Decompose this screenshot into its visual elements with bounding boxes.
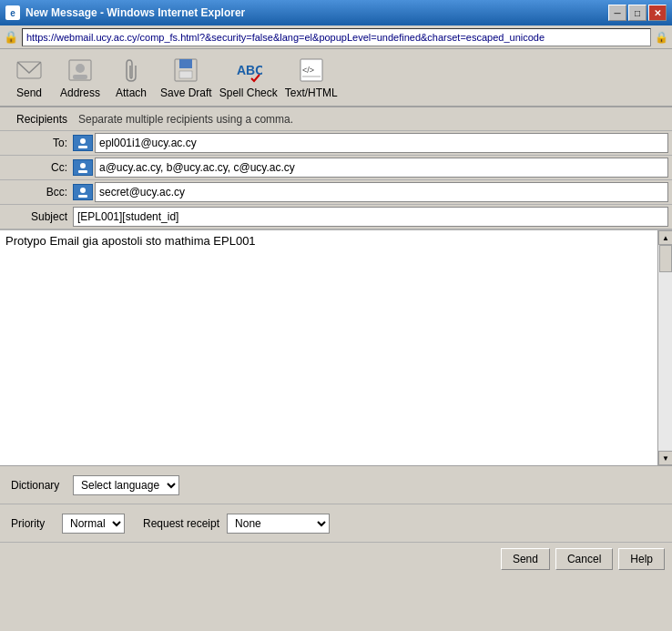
dictionary-row: Dictionary Select language English Greek… — [0, 466, 672, 504]
recipients-hint: Separate multiple recipients using a com… — [73, 110, 299, 128]
attach-icon — [117, 56, 146, 85]
bcc-label: Bcc: — [0, 183, 73, 201]
scroll-up-arrow[interactable]: ▲ — [658, 230, 672, 245]
address-icon — [66, 56, 95, 85]
cc-row: Cc: — [0, 156, 672, 180]
priority-select[interactable]: Low Normal High — [62, 514, 125, 534]
bcc-input[interactable] — [95, 182, 668, 202]
body-textarea[interactable] — [0, 230, 657, 465]
send-icon — [15, 56, 44, 85]
attach-label: Attach — [116, 87, 147, 99]
priority-row: Priority Low Normal High Request receipt… — [0, 504, 672, 543]
save-draft-toolbar-button[interactable]: Save Draft — [160, 56, 212, 99]
cc-input[interactable] — [95, 158, 668, 178]
title-bar: e New Message - Windows Internet Explore… — [0, 0, 672, 25]
text-html-icon: </> — [297, 56, 326, 85]
text-html-toolbar-button[interactable]: </> Text/HTML — [285, 56, 338, 99]
svg-rect-6 — [179, 71, 192, 78]
security-icon: 🔒 — [655, 31, 668, 44]
action-row: Send Cancel Help — [0, 543, 672, 575]
minimize-button[interactable]: ─ — [608, 5, 626, 21]
restore-button[interactable]: □ — [628, 5, 647, 21]
svg-rect-14 — [78, 170, 87, 173]
lock-icon: 🔒 — [4, 30, 18, 44]
cc-label: Cc: — [0, 158, 73, 177]
address-bar: 🔒 🔒 — [0, 25, 672, 49]
svg-rect-16 — [78, 195, 87, 198]
address-label: Address — [60, 87, 100, 99]
bottom-section: Dictionary Select language English Greek… — [0, 464, 672, 575]
to-address-book-button[interactable] — [73, 135, 93, 151]
spell-check-label: Spell Check — [219, 87, 278, 99]
dictionary-label: Dictionary — [11, 479, 66, 492]
help-button[interactable]: Help — [618, 548, 665, 570]
subject-label: Subject — [0, 208, 73, 226]
svg-point-13 — [80, 163, 86, 168]
spell-check-icon: ABC — [234, 56, 263, 85]
recipients-hint-row: Recipients Separate multiple recipients … — [0, 107, 672, 131]
scroll-down-arrow[interactable]: ▼ — [658, 451, 672, 465]
title-bar-left: e New Message - Windows Internet Explore… — [5, 5, 245, 20]
send-button[interactable]: Send — [501, 548, 550, 570]
bcc-row: Bcc: — [0, 180, 672, 205]
subject-row: Subject — [0, 205, 672, 229]
svg-text:</>: </> — [302, 66, 314, 75]
to-label: To: — [0, 134, 73, 152]
svg-point-15 — [80, 188, 86, 193]
svg-rect-5 — [179, 59, 192, 68]
language-select[interactable]: Select language English Greek French Ger… — [73, 475, 179, 495]
email-form: Recipients Separate multiple recipients … — [0, 107, 672, 229]
send-toolbar-button[interactable]: Send — [7, 56, 51, 99]
to-row: To: — [0, 131, 672, 156]
cc-address-book-button[interactable] — [73, 159, 93, 176]
ie-icon: e — [5, 5, 20, 20]
send-label: Send — [16, 87, 42, 99]
receipt-select[interactable]: None Read receipt Delivery receipt — [227, 514, 330, 534]
text-html-label: Text/HTML — [285, 87, 338, 99]
address-toolbar-button[interactable]: Address — [58, 56, 102, 99]
vertical-scrollbar[interactable]: ▲ ▼ — [657, 230, 672, 465]
window-controls: ─ □ ✕ — [608, 5, 667, 21]
to-input[interactable] — [95, 133, 668, 153]
request-receipt-label: Request receipt — [143, 517, 219, 530]
svg-point-2 — [76, 64, 85, 73]
scroll-thumb[interactable] — [659, 245, 672, 272]
spell-check-toolbar-button[interactable]: ABC Spell Check — [219, 56, 278, 99]
body-area: ▲ ▼ — [0, 229, 672, 464]
svg-rect-12 — [78, 146, 87, 148]
toolbar: Send Address Attach Save Draft — [0, 49, 672, 107]
priority-label: Priority — [11, 517, 55, 530]
svg-point-11 — [80, 138, 86, 144]
scroll-track — [658, 245, 672, 451]
svg-rect-3 — [73, 75, 87, 79]
subject-input[interactable] — [73, 207, 668, 227]
recipients-label: Recipients — [0, 110, 73, 128]
close-button[interactable]: ✕ — [648, 5, 667, 21]
window-title: New Message - Windows Internet Explorer — [25, 6, 245, 19]
save-draft-icon — [171, 56, 200, 85]
url-input[interactable] — [22, 28, 651, 46]
cancel-button[interactable]: Cancel — [555, 548, 613, 570]
attach-toolbar-button[interactable]: Attach — [109, 56, 153, 99]
bcc-address-book-button[interactable] — [73, 184, 93, 200]
save-draft-label: Save Draft — [160, 87, 212, 99]
